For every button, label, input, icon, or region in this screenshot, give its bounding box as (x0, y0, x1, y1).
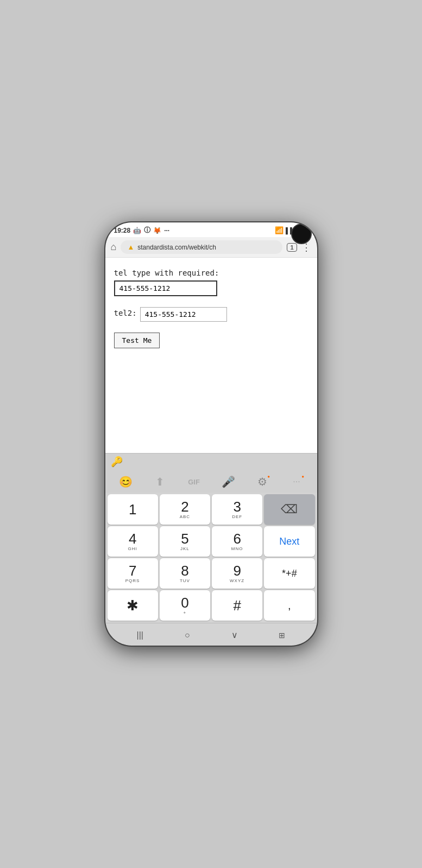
firefox-icon: 🦊 (153, 227, 161, 234)
home-button[interactable]: ⌂ (111, 241, 117, 253)
settings-wrapper: ⚙ ● (254, 473, 271, 490)
emoji-icon[interactable]: 😊 (117, 473, 134, 490)
gif-icon[interactable]: GIF (185, 473, 203, 490)
status-left: 19:28 🤖 ⓘ 🦊 ··· (114, 226, 170, 235)
key-number-7: 7 (129, 564, 136, 578)
dial-key-next[interactable]: Next (264, 526, 314, 557)
key-number-hash: # (233, 598, 241, 612)
key-letters-0: + (184, 610, 187, 615)
dial-key-3[interactable]: 3 DEF (212, 494, 262, 525)
key-number-2: 2 (181, 500, 188, 514)
browser-chrome: ⌂ ▲ standardista.com/webkit/ch 1 ⋮ (105, 237, 317, 258)
tel2-label: tel2: (114, 309, 137, 317)
dial-key-star[interactable]: ✱ (108, 590, 158, 621)
tel-required-input[interactable] (114, 280, 217, 296)
url-text: standardista.com/webkit/ch (137, 244, 276, 251)
recents-button[interactable]: ∨ (225, 628, 244, 642)
key-letters-7: PQRS (125, 578, 140, 583)
tel2-group: tel2: (114, 307, 308, 322)
tel-required-label: tel type with required: (114, 269, 308, 277)
backspace-icon: ⌫ (281, 502, 298, 516)
key-number-1: 1 (129, 502, 136, 516)
key-number-comma: , (288, 600, 291, 611)
key-number-9: 9 (233, 564, 241, 578)
dial-key-comma[interactable]: , (264, 590, 314, 621)
key-number-5: 5 (181, 532, 188, 546)
phone-frame: 19:28 🤖 ⓘ 🦊 ··· 📶 ▌▌▌ 🔋 ⌂ ▲ standardista… (105, 222, 317, 646)
front-camera (291, 224, 312, 244)
status-bar: 19:28 🤖 ⓘ 🦊 ··· 📶 ▌▌▌ 🔋 (105, 222, 317, 237)
keyboard-toolbar: 🔑 (105, 453, 317, 470)
key-letters-4: GHI (128, 546, 137, 551)
dial-key-7[interactable]: 7 PQRS (108, 558, 158, 589)
status-time: 19:28 (114, 227, 131, 234)
key-number-6: 6 (233, 532, 241, 546)
dial-key-hash[interactable]: # (212, 590, 262, 621)
key-letters-3: DEF (232, 514, 242, 519)
key-letters-5: JKL (180, 546, 190, 551)
wifi-icon: 📶 (275, 226, 284, 234)
android-icon: 🤖 (133, 227, 141, 234)
keyboard-top-row: 😊 ⬆ GIF 🎤 ⚙ ● ··· ● (105, 470, 317, 493)
more-dot: ● (301, 474, 304, 479)
dial-key-8[interactable]: 8 TUV (160, 558, 210, 589)
more-wrapper: ··· ● (288, 473, 305, 490)
sticker-icon[interactable]: ⬆ (151, 473, 168, 490)
dialpad: 1 2 ABC 3 DEF ⌫ 4 GHI 5 JKL 6 MNO Next (105, 493, 317, 623)
bottom-nav: ||| ○ ∨ ⊞ (105, 623, 317, 646)
warning-icon: ▲ (127, 243, 134, 251)
tel-required-group: tel type with required: (114, 269, 308, 296)
dial-key-1[interactable]: 1 (108, 494, 158, 525)
test-button[interactable]: Test Me (114, 333, 160, 348)
dial-key-6[interactable]: 6 MNO (212, 526, 262, 557)
settings-dot: ● (267, 474, 270, 479)
back-button[interactable]: ||| (130, 628, 149, 642)
key-letters-9: WXYZ (230, 578, 244, 583)
key-number-star: ✱ (127, 598, 138, 612)
key-number-0: 0 (181, 596, 188, 610)
dial-key-symbols[interactable]: *+# (264, 558, 314, 589)
key-letters-8: TUV (180, 578, 190, 583)
dial-key-9[interactable]: 9 WXYZ (212, 558, 262, 589)
key-letters-2: ABC (180, 514, 190, 519)
key-number-symbols: *+# (282, 569, 297, 578)
tel2-input[interactable] (140, 307, 227, 322)
info-icon: ⓘ (144, 226, 150, 235)
tab-count[interactable]: 1 (287, 243, 297, 252)
keyboard-hide-button[interactable]: ⊞ (272, 629, 292, 642)
key-icon: 🔑 (111, 456, 123, 468)
dial-key-2[interactable]: 2 ABC (160, 494, 210, 525)
more-dots: ··· (164, 227, 169, 234)
mic-icon[interactable]: 🎤 (219, 473, 237, 490)
key-number-4: 4 (129, 532, 136, 546)
web-content: tel type with required: tel2: Test Me (105, 258, 317, 453)
dial-key-4[interactable]: 4 GHI (108, 526, 158, 557)
dial-key-backspace[interactable]: ⌫ (264, 494, 314, 525)
dial-key-0[interactable]: 0 + (160, 590, 210, 621)
url-bar[interactable]: ▲ standardista.com/webkit/ch (121, 240, 282, 254)
key-number-3: 3 (233, 500, 241, 514)
dial-key-5[interactable]: 5 JKL (160, 526, 210, 557)
key-letters-6: MNO (231, 546, 243, 551)
home-nav-button[interactable]: ○ (178, 628, 197, 642)
key-number-8: 8 (181, 564, 188, 578)
submit-group: Test Me (114, 333, 308, 348)
next-label: Next (279, 536, 299, 547)
